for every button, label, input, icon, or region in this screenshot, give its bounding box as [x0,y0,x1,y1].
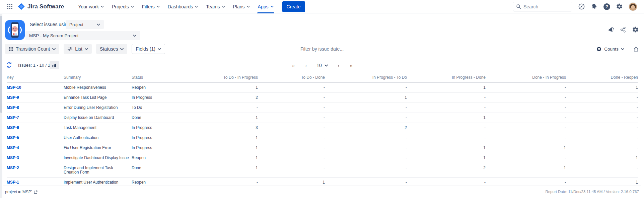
issue-key-link[interactable]: MSP-10 [7,85,21,90]
discover-button[interactable] [578,3,585,10]
issue-key-link[interactable]: MSP-3 [7,155,19,160]
issue-key-link[interactable]: MSP-1 [7,180,19,185]
report-settings-button[interactable] [632,26,639,33]
table-row: MSP-7 Display Issue on Dashboard Done 1 … [7,113,638,123]
user-avatar[interactable] [629,2,637,11]
table-row: MSP-8 Error During User Registration To … [7,103,638,113]
search-box[interactable] [513,2,572,11]
report-toolbar: Transition Count List Statuses Fields (1… [5,44,639,54]
question-mark-icon: ? [603,3,610,10]
help-button[interactable]: ? [603,3,610,10]
count-cell-inprogress-todo: 1 [325,93,407,103]
count-cell-done-reopen: - [566,123,638,133]
nav-item-label: Teams [206,4,220,9]
count-cell-done-reopen: 1 [566,82,638,93]
issue-key-link[interactable]: MSP-8 [7,105,19,110]
count-cell-todo-inprogress: 1 [192,153,258,163]
column-header[interactable]: Summary [64,74,132,82]
issue-key-link[interactable]: MSP-2 [7,166,19,170]
count-cell-inprogress-todo: - [325,103,407,113]
nav-item-apps[interactable]: Apps [254,0,278,13]
bell-icon [590,2,598,11]
nav-item-plans[interactable]: Plans [229,0,254,13]
summary-cell: Investigate Dashboard Display Issue [64,153,132,163]
count-cell-done-inprogress: - [486,153,566,163]
key-cell: MSP-5 [7,133,64,143]
column-header[interactable]: Key [7,74,64,82]
notifications-button[interactable] [591,3,598,10]
column-header[interactable]: Done - In Progress [486,74,566,82]
nav-item-filters[interactable]: Filters [138,0,164,13]
display-mode-select[interactable]: Counts [596,46,624,52]
search-input[interactable] [523,4,567,9]
scrollbar-thumb[interactable] [0,16,2,113]
jira-logo[interactable]: Jira Software [17,3,64,10]
column-header[interactable]: Done - Reopen [566,74,638,82]
column-header[interactable]: In Progress - To Do [325,74,407,82]
issue-key-link[interactable]: MSP-9 [7,95,19,100]
brand-name: Jira Software [27,3,64,10]
issues-count-label: Issues: 1 - 10 / 10 [18,63,53,68]
page-size-select[interactable]: 10 [316,63,328,68]
count-cell-done-reopen: - [566,113,638,123]
gear-icon [632,26,639,33]
refresh-button[interactable] [6,62,12,69]
column-header[interactable]: To Do - In Progress [192,74,258,82]
column-header[interactable]: In Progress - Done [407,74,486,82]
count-cell-done-inprogress: - [486,103,566,113]
status-cell: In Progress [132,133,192,143]
count-cell-done-reopen: - [566,133,638,143]
feedback-button[interactable] [607,26,614,33]
count-cell-done-inprogress: 1 [486,143,566,153]
column-header[interactable]: Status [132,74,192,82]
share-button[interactable] [620,26,626,33]
transition-count-table: KeySummaryStatusTo Do - In ProgressTo Do… [7,74,638,187]
nav-item-your-work[interactable]: Your work [74,0,108,13]
nav-item-dashboards[interactable]: Dashboards [164,0,202,13]
project-select[interactable]: MSP - My Scrum Project [25,31,140,40]
summary-cell: Fix User Registration Error [64,143,132,153]
nav-item-teams[interactable]: Teams [202,0,229,13]
count-cell-inprogress-todo: 2 [325,123,407,133]
compass-icon [578,3,585,10]
column-header-label: Key [7,75,14,80]
app-switcher-button[interactable] [5,2,15,12]
count-cell-inprogress-done: - [407,123,486,133]
count-cell-done-inprogress: - [486,113,566,123]
column-header[interactable]: To Do - Done [258,74,325,82]
last-page-button[interactable]: » [349,63,353,68]
chevron-down-icon [195,6,198,8]
issue-source-value: Project [69,22,83,27]
key-cell: MSP-2 [7,163,64,178]
jql-filter: project = 'MSP' [5,190,38,194]
nav-right-cluster: ? [513,2,637,11]
create-button[interactable]: Create [282,1,305,12]
count-cell-inprogress-done: 1 [407,153,486,163]
issue-source-select[interactable]: Project [66,20,104,29]
avatar-image [629,3,637,11]
vertical-scrollbar[interactable] [0,14,2,198]
status-cell: Reopen [132,82,192,93]
issue-key-link[interactable]: MSP-4 [7,145,19,150]
chart-view-toggle[interactable] [50,61,59,69]
export-button[interactable] [633,46,639,52]
settings-button[interactable] [616,3,623,10]
count-cell-done-inprogress: - [486,133,566,143]
count-cell-todo-inprogress: 1 [192,82,258,93]
issue-key-link[interactable]: MSP-5 [7,135,19,140]
nav-item-projects[interactable]: Projects [108,0,138,13]
primary-nav: Your work Projects Filters Dashboards Te… [74,0,277,13]
chevron-down-icon [325,64,328,67]
next-page-button[interactable]: › [337,63,340,68]
chevron-down-icon [131,6,134,8]
issue-key-link[interactable]: MSP-6 [7,125,19,130]
first-page-button[interactable]: « [291,63,295,68]
top-navigation-bar: Jira Software Your work Projects Filters… [0,0,644,13]
issue-date-filter[interactable]: Filter by issue date... [5,44,639,54]
previous-page-button[interactable]: ‹ [304,63,307,68]
open-in-jira-link[interactable] [33,190,38,194]
summary-cell: Task Management [64,123,132,133]
chevron-down-icon [621,48,624,50]
count-cell-todo-done: - [258,93,325,103]
issue-key-link[interactable]: MSP-7 [7,115,19,120]
